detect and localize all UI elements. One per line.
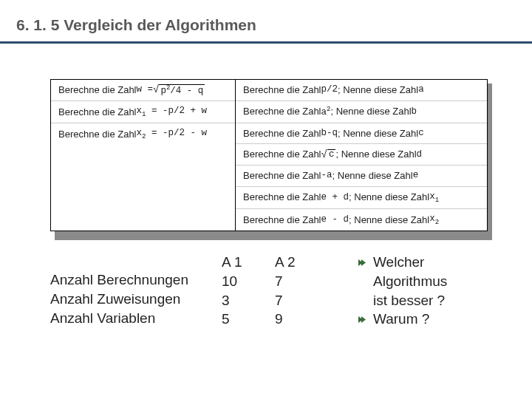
name: e: [413, 170, 419, 181]
text: Berechne die Zahl: [243, 106, 321, 117]
a2-berechnungen: 7: [275, 273, 328, 290]
text: ; Nenne diese Zahl: [338, 128, 418, 140]
val: p/2: [321, 84, 338, 95]
name: c: [418, 128, 424, 139]
svg-marker-3: [361, 316, 366, 323]
text: Berechne die Zahl: [243, 149, 321, 160]
metrics-labels: Anzahl Berechnungen Anzahl Zuweisungen A…: [50, 253, 222, 327]
algorithm-comparison-box: Berechne die Zahl w = √ p2/4 - q Berechn…: [50, 79, 488, 231]
a2-variablen: 9: [275, 310, 328, 328]
text: Berechne die Zahl: [243, 214, 321, 226]
radicand: c: [327, 149, 336, 160]
a1-zuweisungen: 3: [222, 292, 275, 310]
question-line-1: Welcher: [373, 253, 424, 271]
text: Berechne die Zahl: [58, 84, 137, 96]
val: e - d: [321, 214, 349, 225]
val: -a: [321, 170, 332, 181]
question-line-3: ist besser ?: [373, 292, 445, 310]
algorithm-1-column: Berechne die Zahl w = √ p2/4 - q Berechn…: [51, 80, 236, 231]
name: x2: [429, 214, 439, 226]
bullet-icon: [358, 259, 366, 267]
text: Berechne die Zahl: [243, 84, 321, 96]
question-line-2: Algorithmus: [373, 273, 447, 290]
a2-step-6: Berechne die Zahl e + d; Nenne diese Zah…: [236, 187, 487, 209]
column-a2: A 2 7 7 9: [275, 253, 328, 328]
text: Berechne die Zahl: [243, 191, 321, 203]
expr-w-eq: w =: [137, 84, 154, 95]
text: Berechne die Zahl: [58, 106, 137, 118]
text: ; Nenne diese Zahl: [349, 214, 429, 226]
metric-variablen: Anzahl Variablen: [50, 310, 222, 327]
question-block: Welcher Algorithmus ist besser ? Warum ?: [358, 253, 447, 328]
name: b: [412, 106, 417, 117]
text: ; Nenne diese Zahl: [335, 149, 416, 160]
radicand: p2/4 - q: [159, 84, 205, 96]
a1-header: A 1: [222, 253, 275, 271]
text: Berechne die Zahl: [58, 129, 137, 140]
a2-zuweisungen: 7: [275, 292, 328, 310]
a1-variablen: 5: [222, 310, 275, 328]
name: a: [418, 84, 424, 95]
page-title: 6. 1. 5 Vergleich der Algorithmen: [16, 16, 532, 34]
sqrt-icon: √ p2/4 - q: [153, 84, 205, 96]
bullet-icon: [358, 316, 366, 324]
text: Berechne die Zahl: [243, 170, 321, 182]
a2-step-3: Berechne die Zahl b-q; Nenne diese Zahl …: [236, 123, 487, 145]
metric-berechnungen: Anzahl Berechnungen: [50, 271, 222, 289]
val: b-q: [321, 128, 338, 139]
metric-zuweisungen: Anzahl Zuweisungen: [50, 290, 222, 308]
val: e + d: [321, 192, 349, 203]
expr: x1 = -p/2 + w: [137, 106, 207, 118]
a2-step-5: Berechne die Zahl -a; Nenne diese Zahl e: [236, 166, 487, 187]
svg-marker-1: [361, 259, 366, 266]
text: ; Nenne diese Zahl: [349, 191, 429, 203]
val: a2: [321, 106, 331, 118]
a1-step-3: Berechne die Zahl x2 = -p/2 - w: [51, 123, 235, 145]
a2-step-1: Berechne die Zahl p/2; Nenne diese Zahl …: [236, 80, 487, 101]
algorithm-2-column: Berechne die Zahl p/2; Nenne diese Zahl …: [236, 80, 487, 231]
a2-step-7: Berechne die Zahl e - d; Nenne diese Zah…: [236, 209, 487, 231]
column-a1: A 1 10 3 5: [222, 253, 275, 328]
name: x1: [429, 191, 439, 204]
expr: x2 = -p/2 - w: [137, 128, 207, 140]
a1-step-1: Berechne die Zahl w = √ p2/4 - q: [51, 80, 235, 101]
a2-step-4: Berechne die Zahl √ c ; Nenne diese Zahl…: [236, 144, 487, 166]
name: d: [417, 149, 423, 160]
question-line-4: Warum ?: [373, 310, 429, 328]
a1-berechnungen: 10: [222, 273, 275, 290]
sqrt-icon: √ c: [321, 149, 336, 160]
text: ; Nenne diese Zahl: [338, 84, 418, 96]
text: ; Nenne diese Zahl: [332, 170, 413, 182]
a1-step-2: Berechne die Zahl x1 = -p/2 + w: [51, 101, 235, 123]
text: Berechne die Zahl: [243, 128, 321, 140]
text: ; Nenne diese Zahl: [330, 106, 411, 117]
header-rule: [0, 41, 532, 44]
a2-step-2: Berechne die Zahl a2; Nenne diese Zahl b: [236, 101, 487, 123]
a2-header: A 2: [275, 253, 328, 271]
